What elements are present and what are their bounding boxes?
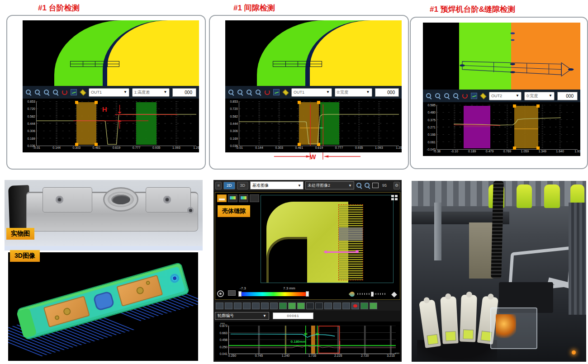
zoom-area-icon[interactable] (43, 89, 50, 95)
x-tick: 0.935 (152, 146, 161, 149)
x-tick: -0.01 (236, 146, 243, 149)
x-tick: -0.01 (33, 146, 40, 149)
zoom-fit-icon[interactable] (255, 89, 261, 95)
refresh-icon[interactable] (462, 93, 468, 99)
opacity-handle[interactable] (371, 292, 374, 297)
zoom-area-icon[interactable] (246, 89, 252, 95)
settings-icon[interactable]: ⚙ (394, 182, 400, 189)
ruler-tool-icon[interactable] (270, 303, 278, 309)
panel3-heightmap (423, 23, 580, 90)
measurement-grid-band[interactable] (339, 205, 363, 280)
pan-tool-icon[interactable] (243, 303, 251, 309)
color-image-button[interactable] (239, 194, 248, 202)
chevron-down-icon: ▼ (549, 94, 552, 98)
select-tool-icon[interactable] (216, 303, 223, 309)
profile-number-select[interactable]: 轮廓编号 ▼ (215, 312, 269, 320)
image-filter-select[interactable]: 未处理图像2 ▼ (305, 181, 354, 189)
y-tick: 0.306 (227, 129, 238, 132)
acrylic-box (490, 307, 537, 349)
zoom-out-icon[interactable] (364, 182, 370, 189)
rivet-hole (163, 196, 171, 203)
image-source-select[interactable]: 基准图像 ▼ (250, 181, 303, 189)
profile-trace (239, 101, 399, 146)
output-select[interactable]: OUT1 ▼ (89, 88, 129, 97)
zoom-in-icon[interactable] (25, 89, 32, 95)
zoom-in-icon[interactable] (356, 182, 362, 189)
fit-screen-icon[interactable] (372, 183, 379, 188)
y-tick: 0.166 (424, 133, 436, 136)
center-target-icon[interactable] (217, 290, 224, 297)
y-tick: 0.306 (24, 129, 35, 132)
value-field[interactable]: 000 (375, 88, 399, 97)
zoom-in-icon[interactable] (426, 93, 432, 99)
waveform-icon[interactable] (71, 89, 77, 95)
marker-icon[interactable] (391, 292, 397, 298)
height-image-button[interactable] (217, 194, 227, 202)
value-field[interactable]: 000 (172, 88, 196, 97)
chevron-down-icon: ▼ (348, 184, 352, 188)
x-tick: 1.093 (172, 146, 180, 149)
grid-tool-icon[interactable] (324, 303, 332, 309)
waveform-icon[interactable] (471, 93, 477, 99)
refresh-icon[interactable] (62, 89, 68, 95)
scale-handle-min[interactable] (238, 291, 242, 297)
edit-icon[interactable] (480, 93, 486, 99)
measure-tool-icon[interactable] (261, 303, 269, 309)
edit-icon[interactable] (80, 89, 86, 95)
y-tick: 0.873 (216, 324, 228, 327)
measurement-arrow-box[interactable] (423, 23, 580, 90)
measurement-box[interactable] (70, 61, 119, 67)
region-tool-icon[interactable] (288, 303, 296, 309)
palette-icon[interactable] (349, 291, 356, 298)
x-tick: 0.303 (72, 146, 81, 149)
x-tick: 1.640 (556, 150, 564, 153)
panel3-title: #1 预焊机台阶&缝隙检测 (430, 4, 515, 14)
width-annotation-row: W (225, 152, 402, 162)
layers-tool-icon[interactable] (342, 303, 350, 309)
snap-tool-icon[interactable] (333, 303, 341, 309)
report-icon[interactable] (370, 303, 377, 309)
zoom-fit-icon[interactable] (453, 93, 459, 99)
edit-icon[interactable] (282, 89, 289, 95)
color-scale-bar[interactable] (240, 292, 308, 296)
fullscreen-icon[interactable] (391, 195, 398, 200)
zoom-out-icon[interactable] (234, 303, 242, 309)
profile-number-field[interactable]: 00061 (273, 312, 313, 319)
band-tool-icon[interactable] (297, 303, 305, 309)
intensity-image-button[interactable] (228, 194, 237, 202)
zoom-in-icon[interactable] (225, 303, 232, 309)
case-corner-surface (266, 202, 348, 283)
zoom-fit-icon[interactable] (52, 89, 59, 95)
x-tick: 0.144 (255, 146, 263, 149)
measure-select[interactable]: 0:宽度 ▼ (335, 88, 372, 97)
record-icon[interactable] (351, 303, 359, 309)
refresh-icon[interactable] (264, 89, 270, 95)
tab-2d[interactable]: 2D (223, 182, 235, 189)
zoom-in-icon[interactable] (228, 89, 234, 95)
x-tick: 1.25 (193, 146, 199, 149)
measurement-box[interactable] (273, 61, 322, 67)
zoom-area-icon[interactable] (444, 93, 450, 99)
measure-select[interactable]: 0:宽度 ▼ (524, 92, 555, 100)
height-annotation: H (102, 105, 107, 113)
scale-handle-max[interactable] (306, 291, 309, 297)
zoom-out-icon[interactable] (34, 89, 41, 95)
profile-tool-icon[interactable] (279, 303, 287, 309)
panel1-title: #1 台阶检测 (38, 3, 80, 13)
measurement-box-divider (310, 61, 310, 66)
measure-select[interactable]: 1:高度差 ▼ (132, 88, 170, 97)
output-select[interactable]: OUT2 ▼ (489, 92, 522, 100)
scale-options-button[interactable] (228, 290, 236, 296)
export-icon[interactable] (360, 303, 368, 309)
zoom-out-icon[interactable] (435, 93, 441, 99)
tab-3d[interactable]: 3D (237, 182, 249, 189)
value-field[interactable]: 000 (557, 92, 578, 100)
zoom-out-icon[interactable] (237, 89, 243, 95)
y-tick: 0.271 (424, 126, 436, 129)
rotate-tool-icon[interactable] (252, 303, 260, 309)
output-select[interactable]: OUT1 ▼ (291, 88, 332, 97)
waveform-icon[interactable] (273, 89, 280, 95)
mask-image-button[interactable] (250, 194, 259, 202)
y-tick: 0.458 (216, 338, 228, 341)
list-view-icon[interactable]: ≡ (215, 182, 222, 189)
